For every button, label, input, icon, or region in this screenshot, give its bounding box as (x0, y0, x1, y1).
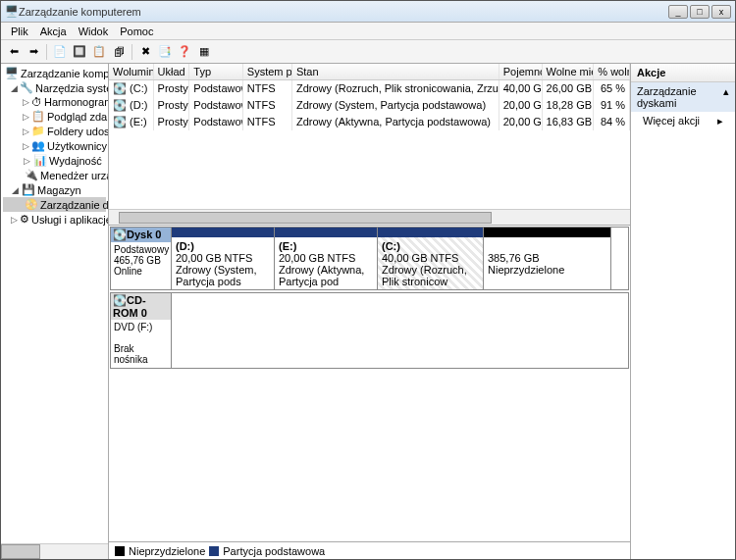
chevron-right-icon: ▸ (717, 115, 723, 127)
tree-hscroll[interactable] (1, 543, 108, 559)
disk-map: 💽Dysk 0Podstawowy465,76 GBOnline(D:)20,0… (109, 226, 630, 541)
actions-group[interactable]: Zarządzanie dyskami▴ (631, 82, 735, 112)
close-button[interactable]: x (711, 5, 731, 19)
main-area: 🖥️ Zarządzanie komputerem (lok ◢🔧 Narzęd… (1, 64, 735, 559)
menu-help[interactable]: Pomoc (114, 25, 159, 37)
col-fs[interactable]: System plików (243, 64, 292, 79)
tree-item[interactable]: ▷📋 Podgląd zdarzeń (3, 109, 106, 124)
tree-group-services[interactable]: ▷⚙ Usługi i aplikacje (3, 212, 106, 227)
title-bar: 🖥️ Zarządzanie komputerem _ □ x (1, 1, 735, 23)
col-status[interactable]: Stan (292, 64, 499, 79)
tree-item[interactable]: ▷📊 Wydajność (3, 153, 106, 168)
tree-item[interactable]: ▷👥 Użytkownicy i grupy lok (3, 138, 106, 153)
legend: Nieprzydzielone Partycja podstawowa (109, 541, 630, 559)
disk-info: 💽Dysk 0Podstawowy465,76 GBOnline (111, 228, 172, 289)
col-type[interactable]: Typ (189, 64, 243, 79)
disk-row[interactable]: 💽Dysk 0Podstawowy465,76 GBOnline(D:)20,0… (110, 227, 629, 290)
properties-button[interactable]: 📋 (90, 43, 108, 61)
grid-row[interactable]: 💽 (C:)ProstyPodstawowyNTFSZdrowy (Rozruc… (109, 80, 630, 97)
refresh-button[interactable]: 🗐 (110, 43, 128, 61)
actions-more[interactable]: Więcej akcji▸ (631, 112, 735, 130)
minimize-button[interactable]: _ (668, 5, 688, 19)
col-layout[interactable]: Układ (154, 64, 190, 79)
back-button[interactable]: ⬅ (5, 43, 23, 61)
grid-header[interactable]: Wolumin Układ Typ System plików Stan Poj… (109, 64, 630, 80)
actions-pane: Akcje Zarządzanie dyskami▴ Więcej akcji▸ (631, 64, 735, 559)
legend-label: Partycja podstawowa (223, 545, 325, 557)
grid-hscroll[interactable] (109, 209, 630, 225)
tree-item-disk-mgmt[interactable]: 📀 Zarządzanie dyskami (3, 197, 106, 212)
partition[interactable]: 385,76 GBNieprzydzielone (484, 228, 611, 289)
collapse-icon: ▴ (723, 85, 729, 109)
menu-file[interactable]: Plik (5, 25, 34, 37)
volume-grid: Wolumin Układ Typ System plików Stan Poj… (109, 64, 630, 226)
window-title: Zarządzanie komputerem (19, 6, 668, 18)
actions-header: Akcje (631, 64, 735, 82)
legend-swatch-primary (209, 546, 219, 556)
disk-row[interactable]: 💽CD-ROM 0DVD (F:)Brak nośnika (110, 292, 629, 369)
col-volume[interactable]: Wolumin (109, 64, 154, 79)
menu-action[interactable]: Akcja (34, 25, 73, 37)
maximize-button[interactable]: □ (690, 5, 710, 19)
toolbar: ⬅ ➡ 📄 🔲 📋 🗐 ✖ 📑 ❓ ▦ (1, 40, 735, 64)
col-capacity[interactable]: Pojemność (499, 64, 543, 79)
col-free[interactable]: Wolne miejsce (543, 64, 595, 79)
app-icon: 🖥️ (5, 5, 19, 18)
disk-info: 💽CD-ROM 0DVD (F:)Brak nośnika (111, 293, 172, 368)
partition[interactable]: (D:)20,00 GB NTFSZdrowy (System, Partycj… (172, 228, 275, 289)
col-pct[interactable]: % wolne (594, 64, 630, 79)
tree-root[interactable]: 🖥️ Zarządzanie komputerem (lok (3, 66, 106, 80)
tree-group-storage[interactable]: ◢💾 Magazyn (3, 182, 106, 197)
tree-item[interactable]: ▷📁 Foldery udostępnione (3, 124, 106, 138)
settings-button[interactable]: 📑 (156, 43, 174, 61)
menu-bar: Plik Akcja Widok Pomoc (1, 23, 735, 40)
navigation-tree[interactable]: 🖥️ Zarządzanie komputerem (lok ◢🔧 Narzęd… (1, 64, 109, 559)
show-hide-button[interactable]: 🔲 (71, 43, 88, 61)
list-button[interactable]: ▦ (195, 43, 213, 61)
legend-label: Nieprzydzielone (129, 545, 205, 557)
grid-row[interactable]: 💽 (D:)ProstyPodstawowyNTFSZdrowy (System… (109, 97, 630, 114)
window-buttons: _ □ x (668, 5, 731, 19)
up-button[interactable]: 📄 (51, 43, 69, 61)
center-pane: Wolumin Układ Typ System plików Stan Poj… (109, 64, 631, 559)
tree-group-tools[interactable]: ◢🔧 Narzędzia systemowe (3, 80, 106, 95)
delete-button[interactable]: ✖ (136, 43, 154, 61)
tree-item[interactable]: ▷⏱ Harmonogram zadań (3, 95, 106, 109)
partition[interactable]: (E:)20,00 GB NTFSZdrowy (Aktywna, Partyc… (275, 228, 378, 289)
grid-row[interactable]: 💽 (E:)ProstyPodstawowyNTFSZdrowy (Aktywn… (109, 114, 630, 130)
menu-view[interactable]: Widok (73, 25, 115, 37)
partition[interactable]: (C:)40,00 GB NTFSZdrowy (Rozruch, Plik s… (378, 228, 484, 289)
forward-button[interactable]: ➡ (25, 43, 42, 61)
legend-swatch-unalloc (115, 546, 125, 556)
tree-item[interactable]: 🔌 Menedżer urządzeń (3, 168, 106, 182)
help-button[interactable]: ❓ (176, 43, 193, 61)
grid-body[interactable]: 💽 (C:)ProstyPodstawowyNTFSZdrowy (Rozruc… (109, 80, 630, 209)
